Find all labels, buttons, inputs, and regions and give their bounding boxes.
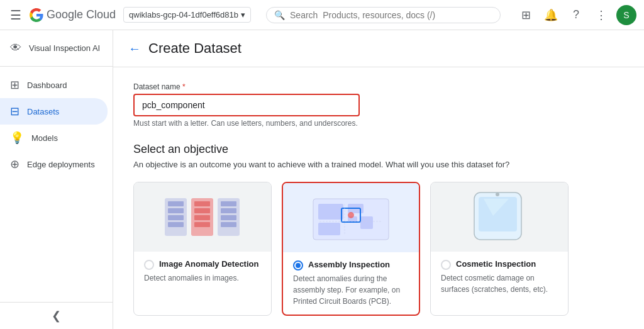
edge-deployments-icon: ⊕ [10, 157, 19, 171]
svg-rect-2 [168, 208, 184, 213]
card-cosmetic-radio-row: Cosmetic Inspection [441, 259, 558, 270]
search-input[interactable] [290, 10, 492, 20]
dataset-name-input[interactable] [142, 100, 351, 110]
card-image-anomaly[interactable]: Image Anomaly Detection Detect anomalies… [133, 182, 272, 316]
layout: 👁 Visual Inspection AI ⊞ Dashboard ⊟ Dat… [0, 30, 644, 329]
sidebar-item-edge-deployments[interactable]: ⊕ Edge deployments [0, 151, 108, 177]
cosmetic-illustration [452, 187, 547, 247]
svg-rect-14 [221, 222, 236, 227]
card-anomaly-body: Image Anomaly Detection Detect anomalies… [134, 252, 271, 291]
anomaly-illustration [158, 189, 247, 245]
card-assembly-desc: Detect anomalies during the assembly ste… [293, 273, 409, 307]
svg-rect-3 [168, 215, 184, 220]
main-content: ← Create Dataset Dataset name * Must sta… [113, 30, 644, 329]
avatar[interactable]: S [616, 5, 636, 25]
svg-rect-6 [194, 201, 210, 206]
sidebar-label-edge-deployments: Edge deployments [27, 160, 95, 169]
objective-description: An objective is an outcome you want to a… [133, 160, 624, 169]
radio-assembly[interactable] [293, 260, 303, 270]
google-cloud-logo: Google Cloud [29, 8, 116, 23]
card-anomaly-radio-row: Image Anomaly Detection [144, 259, 261, 270]
card-cosmetic-body: Cosmetic Inspection Detect cosmetic dama… [431, 252, 568, 303]
card-image-anomaly-image [134, 182, 271, 252]
apps-icon[interactable]: ⊞ [516, 5, 536, 25]
sidebar-item-models[interactable]: 💡 Models [0, 125, 108, 151]
app-name: Visual Inspection AI [29, 43, 100, 53]
search-bar[interactable]: 🔍 [266, 7, 501, 23]
svg-rect-20 [318, 223, 340, 235]
visual-inspection-icon: 👁 [10, 42, 21, 55]
svg-rect-11 [221, 201, 236, 206]
google-cloud-text: Google Cloud [47, 8, 116, 21]
page-header: ← Create Dataset [113, 30, 644, 67]
dataset-name-input-wrapper [133, 94, 360, 116]
topbar: ☰ Google Cloud qwiklabs-gcp-04-1df0eff6d… [0, 0, 644, 30]
dataset-name-hint: Must start with a letter. Can use letter… [133, 119, 624, 128]
sidebar-label-datasets: Datasets [27, 107, 59, 116]
app-header: 👁 Visual Inspection AI [0, 35, 113, 61]
sidebar-label-dashboard: Dashboard [27, 81, 67, 90]
svg-point-28 [496, 192, 499, 196]
card-cosmetic-inspection[interactable]: Cosmetic Inspection Detect cosmetic dama… [430, 182, 569, 316]
objective-cards: Image Anomaly Detection Detect anomalies… [133, 182, 624, 316]
svg-rect-12 [221, 208, 236, 213]
dashboard-icon: ⊞ [10, 78, 19, 92]
models-icon: 💡 [10, 131, 24, 145]
svg-rect-7 [194, 208, 210, 213]
sidebar-item-dashboard[interactable]: ⊞ Dashboard [0, 72, 108, 98]
svg-rect-16 [318, 204, 343, 220]
topbar-left: ☰ Google Cloud qwiklabs-gcp-04-1df0eff6d… [8, 5, 251, 25]
card-cosmetic-image [431, 182, 568, 252]
svg-rect-1 [168, 201, 184, 206]
card-anomaly-title: Image Anomaly Detection [159, 259, 258, 269]
more-options-icon[interactable]: ⋮ [591, 5, 611, 25]
project-name: qwiklabs-gcp-04-1df0eff6d81b [129, 10, 238, 20]
assembly-illustration [301, 186, 401, 249]
help-icon[interactable]: ? [566, 5, 586, 25]
card-assembly-body: Assembly Inspection Detect anomalies dur… [283, 252, 419, 315]
svg-rect-4 [168, 222, 184, 227]
sidebar-item-datasets[interactable]: ⊟ Datasets [0, 98, 108, 125]
sidebar: 👁 Visual Inspection AI ⊞ Dashboard ⊟ Dat… [0, 30, 113, 329]
sidebar-label-models: Models [31, 133, 58, 143]
card-assembly-radio-row: Assembly Inspection [293, 260, 409, 270]
page-title: Create Dataset [148, 40, 242, 57]
back-button[interactable]: ← [128, 42, 141, 56]
dataset-name-label: Dataset name * [133, 82, 624, 91]
svg-rect-13 [221, 215, 236, 220]
chevron-down-icon: ▾ [241, 10, 245, 20]
svg-point-22 [348, 212, 354, 218]
datasets-icon: ⊟ [10, 104, 19, 118]
sidebar-collapse-btn[interactable]: ❮ [0, 302, 113, 329]
svg-rect-9 [194, 222, 210, 227]
objective-title: Select an objective [133, 143, 624, 156]
hamburger-icon[interactable]: ☰ [8, 5, 24, 25]
dataset-name-field-group: Dataset name * Must start with a letter.… [133, 82, 624, 128]
card-assembly-title: Assembly Inspection [308, 260, 390, 269]
search-icon: 🔍 [274, 10, 285, 20]
topbar-right: ⊞ 🔔 ? ⋮ S [516, 5, 636, 25]
card-assembly-image [283, 183, 419, 252]
objective-section: Select an objective An objective is an o… [133, 143, 624, 316]
google-logo-icon [29, 8, 44, 23]
content-area: Dataset name * Must start with a letter.… [113, 67, 644, 329]
card-assembly-inspection[interactable]: Assembly Inspection Detect anomalies dur… [282, 182, 420, 316]
required-marker: * [180, 82, 186, 91]
svg-rect-19 [360, 216, 373, 229]
svg-rect-8 [194, 215, 210, 220]
card-cosmetic-title: Cosmetic Inspection [456, 259, 536, 269]
radio-cosmetic[interactable] [441, 260, 451, 270]
notifications-icon[interactable]: 🔔 [541, 5, 561, 25]
card-cosmetic-desc: Detect cosmetic damage on surfaces (scra… [441, 272, 558, 295]
project-selector[interactable]: qwiklabs-gcp-04-1df0eff6d81b ▾ [123, 7, 251, 23]
card-anomaly-desc: Detect anomalies in images. [144, 272, 261, 284]
sidebar-divider [0, 66, 113, 67]
radio-anomaly[interactable] [144, 260, 154, 270]
